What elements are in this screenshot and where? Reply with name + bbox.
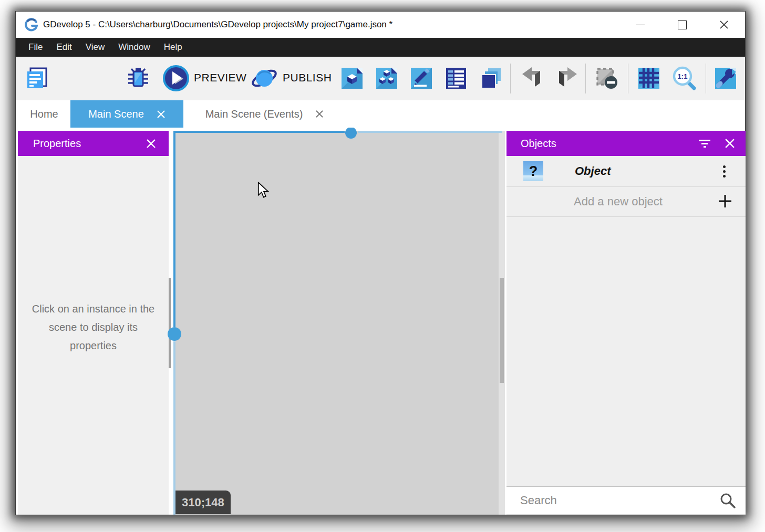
tab-label: Home [30, 108, 58, 120]
canvas-horizontal-scrollbar-track[interactable] [358, 131, 502, 133]
properties-panel-scrollbar[interactable] [169, 278, 171, 368]
debugger-icon[interactable] [126, 66, 151, 91]
publish-button[interactable]: PUBLISH [283, 71, 332, 84]
filter-icon[interactable] [698, 138, 711, 149]
close-button[interactable] [703, 12, 745, 38]
tab-label: Main Scene (Events) [205, 108, 303, 120]
window-controls [619, 12, 745, 38]
preview-play-icon[interactable] [162, 65, 190, 92]
editor-content: 310;148 Properties Click on an instance … [16, 128, 745, 515]
toggle-grid-icon[interactable] [636, 66, 661, 91]
toolbar-separator [585, 64, 586, 93]
add-object-label: Add a new object [574, 195, 663, 208]
project-manager-icon[interactable] [24, 66, 49, 91]
open-events-sheet-icon[interactable] [443, 66, 469, 91]
objects-search-bar [506, 486, 746, 514]
undo-icon[interactable] [519, 66, 544, 91]
objects-panel-header: Objects [506, 131, 746, 156]
tab-label: Main Scene [88, 108, 144, 120]
coordinates-value: 310;148 [182, 496, 224, 509]
edit-external-events-icon[interactable] [374, 66, 399, 91]
publish-globe-icon[interactable] [251, 65, 278, 92]
close-panel-icon[interactable] [146, 139, 156, 149]
close-icon [719, 20, 729, 29]
menu-bar: File Edit View Window Help [16, 38, 745, 57]
tab-home[interactable]: Home [18, 100, 70, 128]
canvas-vertical-scrollbar-track[interactable] [173, 341, 175, 515]
search-input[interactable] [506, 494, 719, 507]
main-toolbar: PREVIEW PUBLISH [16, 57, 745, 100]
tab-main-scene[interactable]: Main Scene [70, 100, 183, 128]
preview-button[interactable]: PREVIEW [194, 71, 246, 84]
edit-scene-properties-icon[interactable] [409, 66, 434, 91]
tab-main-scene-events[interactable]: Main Scene (Events) [183, 100, 346, 128]
menu-item-file[interactable]: File [22, 38, 49, 57]
clear-selection-icon[interactable] [594, 66, 619, 91]
gdevelop-window: GDevelop 5 - C:\Users\charburg\Documents… [15, 11, 746, 515]
cursor-coordinates-badge: 310;148 [175, 491, 231, 514]
objects-list-empty-area [506, 217, 746, 515]
zoom-1-1-icon[interactable]: 1:1 [671, 66, 697, 91]
minimize-button[interactable] [619, 12, 661, 38]
title-bar: GDevelop 5 - C:\Users\charburg\Documents… [16, 12, 745, 38]
canvas-horizontal-scrollbar[interactable] [175, 131, 345, 133]
gdevelop-logo-icon [24, 17, 39, 32]
properties-panel-header: Properties [18, 131, 169, 156]
toolbar-separator [628, 64, 628, 93]
properties-panel-body: Click on an instance in the scene to dis… [18, 156, 169, 515]
object-menu-kebab-icon[interactable] [716, 163, 732, 179]
settings-wrench-icon[interactable] [713, 66, 738, 91]
properties-panel: Properties Click on an instance in the s… [18, 131, 169, 515]
canvas-horizontal-scroll-thumb[interactable] [345, 127, 357, 139]
edit-scene-icon[interactable] [339, 66, 365, 91]
object-name: Object [575, 164, 611, 178]
objects-panel: Objects ? Object Add a new object [506, 131, 746, 515]
svg-text:1:1: 1:1 [678, 72, 688, 80]
redo-icon[interactable] [555, 66, 580, 91]
menu-item-edit[interactable]: Edit [49, 38, 78, 57]
minimize-icon [636, 25, 645, 25]
canvas-vertical-scrollbar[interactable] [173, 131, 175, 327]
canvas-vertical-scroll-thumb[interactable] [168, 327, 181, 341]
menu-item-help[interactable]: Help [157, 38, 189, 57]
toolbar-separator [706, 64, 706, 93]
instances-list-icon[interactable] [478, 66, 503, 91]
scene-canvas[interactable] [175, 131, 499, 515]
object-list-item[interactable]: ? Object [506, 156, 746, 187]
properties-panel-title: Properties [33, 138, 146, 150]
window-title: GDevelop 5 - C:\Users\charburg\Documents… [43, 19, 392, 30]
toolbar-separator [510, 64, 511, 93]
object-icon-glyph: ? [529, 163, 538, 180]
close-tab-icon[interactable] [315, 110, 324, 118]
canvas-right-scrollbar-thumb[interactable] [500, 278, 504, 383]
properties-empty-message: Click on an instance in the scene to dis… [18, 300, 169, 355]
search-icon[interactable] [719, 492, 736, 509]
editor-tab-bar: Home Main Scene Main Scene (Events) [16, 100, 745, 128]
menu-item-view[interactable]: View [79, 38, 112, 57]
objects-panel-title: Objects [521, 138, 685, 150]
object-thumbnail-icon: ? [523, 161, 543, 181]
maximize-button[interactable] [661, 12, 703, 38]
close-panel-icon[interactable] [725, 138, 735, 149]
maximize-icon [678, 20, 687, 29]
close-tab-icon[interactable] [157, 110, 166, 119]
add-object-row[interactable]: Add a new object [506, 187, 746, 217]
mouse-cursor-icon [256, 182, 270, 199]
plus-icon[interactable] [717, 193, 733, 209]
menu-item-window[interactable]: Window [111, 38, 157, 57]
